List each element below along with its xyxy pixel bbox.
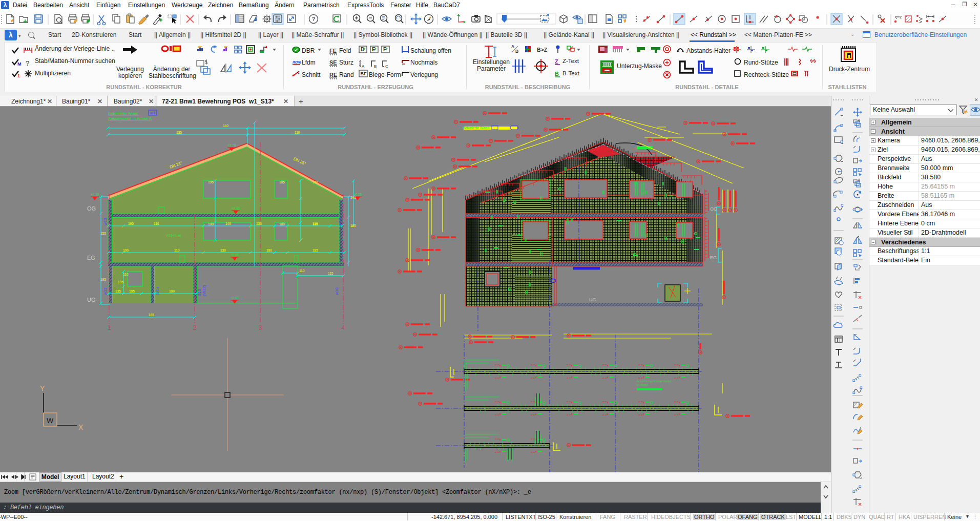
svg-text:w1: w1 (150, 111, 156, 115)
svg-text:+2.87: +2.87 (231, 296, 239, 300)
svg-text:w10: w10 (335, 287, 339, 296)
svg-text:Y: Y (40, 384, 45, 392)
svg-text:190: 190 (208, 222, 214, 226)
svg-text:M: M (17, 61, 22, 67)
svg-text:185: 185 (312, 222, 318, 226)
svg-text:A: A (511, 44, 514, 49)
svg-text:115: 115 (328, 272, 333, 275)
svg-text:1: 1 (17, 73, 20, 78)
svg-text:1: 1 (108, 324, 111, 331)
svg-text:UG: UG (589, 297, 596, 302)
svg-text:B: B (374, 64, 377, 69)
svg-text:+3.78: +3.78 (227, 143, 236, 147)
svg-text:100: 100 (169, 289, 175, 293)
svg-text:195: 195 (128, 222, 134, 225)
svg-text:EG: EG (710, 255, 717, 260)
svg-text:135: 135 (115, 289, 121, 293)
svg-text:A: A (362, 64, 365, 69)
svg-text:OG: OG (710, 206, 717, 212)
svg-text:180: 180 (279, 222, 285, 226)
svg-text:130: 130 (220, 248, 226, 252)
svg-text:Anordnung Abstandhalter: Anordnung Abstandhalter (637, 380, 672, 383)
svg-text:Z: Z (555, 58, 558, 65)
svg-text:130: 130 (256, 222, 262, 225)
svg-text:lfdm: lfdm (293, 60, 301, 65)
svg-text:C: C (385, 64, 388, 69)
svg-text:110: 110 (295, 131, 300, 134)
svg-text:BF: BF (361, 71, 367, 76)
svg-text:D: D (361, 47, 364, 52)
svg-text:V51+8cm: V51+8cm (166, 234, 181, 237)
svg-text:180: 180 (266, 248, 272, 252)
svg-text:140: 140 (223, 124, 228, 128)
svg-text:105: 105 (279, 180, 285, 184)
svg-text:?: ? (26, 59, 29, 67)
svg-text:X: X (78, 423, 84, 431)
svg-text:B: B (515, 49, 518, 54)
svg-text:OG: OG (87, 205, 96, 212)
svg-text:+6.30: +6.30 (91, 193, 99, 196)
svg-text:2: 2 (193, 324, 197, 331)
svg-text:100: 100 (123, 248, 129, 252)
svg-text:110: 110 (174, 248, 180, 252)
svg-text:3: 3 (259, 324, 262, 331)
svg-text:DN 25°: DN 25° (293, 157, 306, 166)
svg-text:w13: w13 (103, 218, 108, 226)
svg-text:Aussenwand in Achse A: Aussenwand in Achse A (108, 116, 152, 121)
svg-text:UG: UG (87, 297, 96, 303)
svg-text:110: 110 (154, 222, 159, 225)
svg-text:+6.55: +6.55 (353, 193, 362, 196)
svg-text:w10: w10 (338, 218, 342, 226)
svg-text:z: z (900, 14, 902, 19)
svg-text:165: 165 (149, 313, 154, 317)
svg-text:Betonierte Wand: Betonierte Wand (108, 111, 138, 116)
svg-text:140: 140 (225, 222, 231, 225)
svg-text:F: F (383, 47, 386, 52)
svg-text:+5.99: +5.99 (231, 253, 239, 257)
svg-text:110: 110 (299, 269, 305, 273)
svg-text:160: 160 (350, 224, 356, 227)
svg-text:(W22): (W22) (202, 285, 206, 296)
svg-text:135: 135 (176, 131, 182, 134)
svg-text:Betonierte Wand: Betonierte Wand (463, 126, 489, 130)
svg-text:-z: -z (919, 19, 922, 24)
svg-text:w13: w13 (103, 287, 108, 296)
svg-text:110: 110 (123, 273, 129, 276)
svg-text:195: 195 (129, 289, 135, 293)
svg-text:145: 145 (350, 196, 356, 199)
svg-text:+4.95: +4.95 (232, 206, 240, 210)
svg-text:SE: SE (329, 59, 337, 66)
svg-text:W14: W14 (155, 286, 160, 295)
svg-text:E: E (372, 47, 376, 52)
svg-text:195: 195 (100, 278, 106, 281)
svg-text:195: 195 (208, 180, 214, 184)
svg-text:4: 4 (342, 324, 345, 331)
svg-text:B: B (555, 71, 559, 77)
svg-text:in Wand: in Wand (637, 383, 648, 386)
svg-text:W: W (47, 416, 54, 425)
svg-text:FE: FE (329, 48, 337, 54)
svg-text:160: 160 (312, 180, 318, 184)
svg-text:EG: EG (87, 255, 95, 261)
svg-text:S13: S13 (197, 288, 202, 296)
svg-text:155: 155 (100, 232, 106, 235)
svg-text:?: ? (312, 16, 316, 22)
svg-text:B>Z: B>Z (537, 47, 548, 53)
svg-text:135: 135 (118, 280, 123, 284)
svg-text:RE: RE (329, 72, 337, 78)
svg-text:185: 185 (312, 248, 318, 252)
